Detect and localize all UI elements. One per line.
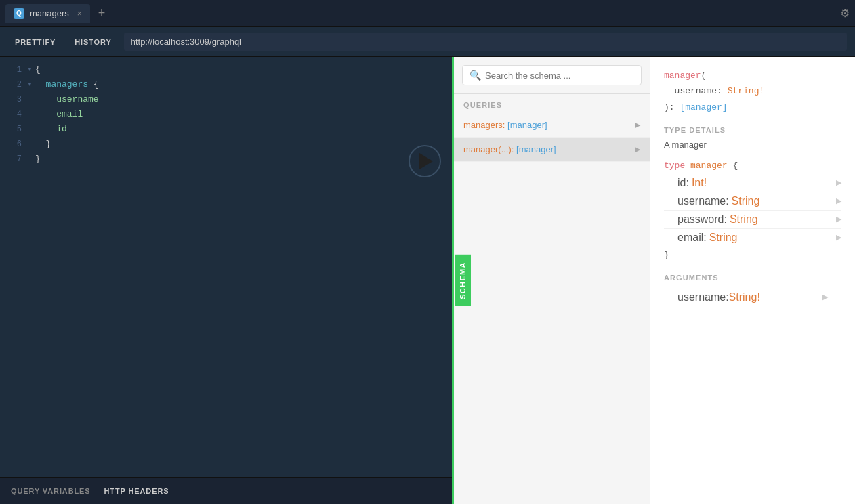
token-query: managers (35, 77, 88, 92)
field-name-password: password: (677, 213, 727, 226)
query-item-managers[interactable]: managers: [manager] ▶ (454, 113, 650, 138)
type-field-username[interactable]: username: String ▶ (664, 192, 841, 211)
query-item-arrow: ▶ (635, 145, 640, 154)
token-brace: } (35, 137, 51, 152)
type-body: type manager { (664, 158, 841, 173)
field-type-username: String (732, 195, 760, 207)
search-icon: 🔍 (470, 70, 481, 81)
line-number: 1 (8, 62, 27, 77)
field-name-email: email: (677, 232, 707, 244)
type-details-section-title: TYPE DETAILS (664, 126, 841, 134)
field-type-id: Int! (692, 177, 707, 189)
search-box: 🔍 (454, 57, 650, 94)
search-input-wrap: 🔍 (462, 65, 642, 85)
editor-line-7: 7 } (0, 152, 452, 167)
type-field-password[interactable]: password: String ▶ (664, 211, 841, 229)
query-name: manager(...): [manager] (463, 144, 556, 154)
fold-arrow[interactable]: ▾ (27, 62, 35, 77)
type-open-brace: { (728, 161, 738, 171)
query-item-manager[interactable]: manager(...): [manager] ▶ (454, 138, 650, 162)
editor-line-2: 2 ▾ managers { (0, 77, 452, 92)
arg-arrow: ▶ (822, 293, 828, 301)
type-field-email[interactable]: email: String ▶ (664, 229, 841, 247)
new-tab-button[interactable]: + (93, 3, 111, 23)
editor-content[interactable]: 1 ▾ { 2 ▾ managers { 3 username 4 (0, 57, 452, 477)
queries-section-label: QUERIES (454, 94, 650, 113)
play-icon (419, 153, 433, 169)
line-number: 5 (8, 122, 27, 137)
line-number: 6 (8, 137, 27, 152)
type-breadcrumb: manager( username: String! ): [manager] (664, 68, 841, 115)
query-item-arrow: ▶ (635, 121, 640, 129)
prettify-button[interactable]: PRETTIFY (8, 34, 62, 50)
field-arrow: ▶ (836, 215, 841, 224)
history-button[interactable]: HISTORY (68, 34, 118, 50)
field-type-email: String (709, 232, 738, 244)
bottom-bar: QUERY VARIABLES HTTP HEADERS (0, 477, 452, 504)
url-input[interactable] (124, 33, 847, 51)
http-headers-tab[interactable]: HTTP HEADERS (104, 487, 169, 495)
schema-search-input[interactable] (485, 70, 634, 81)
field-arrow: ▶ (836, 178, 841, 187)
queries-pane: 🔍 QUERIES managers: [manager] ▶ manager(… (454, 57, 650, 504)
line-number: 2 (8, 77, 27, 92)
token-field: id (35, 122, 67, 137)
line-number: 3 (8, 92, 27, 107)
token-brace: { (88, 77, 99, 92)
type-field-id[interactable]: id: Int! ▶ (664, 174, 841, 192)
breadcrumb-query-name: manager (664, 70, 701, 81)
token-field: username (35, 92, 99, 107)
field-arrow: ▶ (836, 233, 841, 242)
editor-line-1: 1 ▾ { (0, 62, 452, 77)
tab-app-icon: Q (14, 8, 24, 19)
field-type-password: String (730, 213, 758, 226)
type-details-pane: manager( username: String! ): [manager] … (650, 57, 855, 504)
tab-bar: Q managers × + ⚙ (0, 0, 855, 27)
editor-line-3: 3 username (0, 92, 452, 107)
tab-close-button[interactable]: × (77, 9, 82, 18)
fold-arrow[interactable]: ▾ (27, 77, 35, 92)
token-field: email (35, 107, 83, 122)
token-brace: } (35, 152, 41, 167)
type-header: type manager { (664, 158, 841, 173)
type-name: manager (685, 161, 727, 171)
tab-managers[interactable]: Q managers × (5, 4, 90, 23)
arg-row-username[interactable]: username: String! ▶ (664, 287, 841, 308)
editor-line-4: 4 email (0, 107, 452, 122)
run-button[interactable] (409, 145, 441, 177)
type-description: A manager (664, 140, 841, 150)
main-area: 1 ▾ { 2 ▾ managers { 3 username 4 (0, 57, 855, 504)
settings-gear-button[interactable]: ⚙ (840, 7, 850, 20)
arguments-section-title: ARGUMENTS (664, 274, 841, 282)
query-name: managers: [manager] (463, 120, 547, 130)
query-variables-tab[interactable]: QUERY VARIABLES (11, 487, 91, 495)
line-number: 4 (8, 107, 27, 122)
toolbar: PRETTIFY HISTORY (0, 27, 855, 57)
field-name-username: username: (677, 195, 729, 207)
field-name-id: id: (677, 177, 689, 189)
schema-toggle-button[interactable]: SCHEMA (455, 255, 471, 306)
arg-name-username: username: (677, 291, 729, 303)
field-arrow: ▶ (836, 196, 841, 205)
type-closing-brace: } (664, 247, 841, 263)
line-number: 7 (8, 152, 27, 167)
editor-line-5: 5 id (0, 122, 452, 137)
breadcrumb-param-name: username: (675, 86, 722, 96)
tab-label: managers (30, 8, 69, 18)
token-brace: { (35, 62, 41, 77)
editor-pane: 1 ▾ { 2 ▾ managers { 3 username 4 (0, 57, 454, 504)
type-keyword: type (664, 161, 685, 171)
arg-type-username: String! (729, 291, 760, 303)
editor-line-6: 6 } (0, 137, 452, 152)
